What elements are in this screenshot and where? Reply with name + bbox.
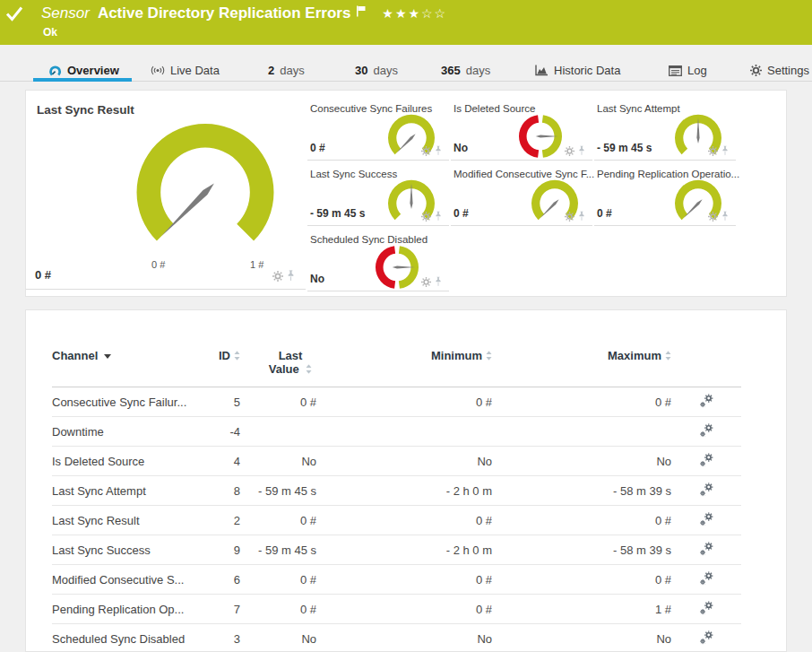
gauge-settings-gear-icon[interactable] bbox=[708, 212, 718, 222]
tab-30-days[interactable]: 30 days bbox=[355, 64, 398, 77]
column-header-channel[interactable]: Channel bbox=[52, 340, 207, 387]
table-row[interactable]: Last Sync Result 2 0 # 0 # 0 # bbox=[52, 506, 741, 535]
edit-channel-icon[interactable] bbox=[699, 541, 714, 556]
channel-id: 4 bbox=[207, 447, 240, 476]
gauge-settings-gear-icon[interactable] bbox=[272, 271, 283, 282]
edit-channel-icon[interactable] bbox=[699, 511, 714, 526]
edit-channel-icon[interactable] bbox=[699, 452, 714, 467]
column-header-last-value[interactable]: Last Value bbox=[240, 340, 316, 387]
gauge-settings-gear-icon[interactable] bbox=[421, 146, 431, 156]
settings-gear-icon bbox=[750, 65, 762, 76]
column-label: Minimum bbox=[431, 349, 482, 362]
column-header-minimum[interactable]: Minimum bbox=[316, 340, 492, 387]
gauge-scale-max: 1 # bbox=[250, 259, 263, 270]
channel-last-value bbox=[240, 417, 316, 447]
flag-icon[interactable] bbox=[356, 5, 366, 17]
column-header-maximum[interactable]: Maximum bbox=[492, 340, 671, 387]
channel-name[interactable]: Last Sync Success bbox=[52, 535, 207, 565]
gauge-settings-gear-icon[interactable] bbox=[421, 277, 431, 287]
column-label: Last Value bbox=[269, 349, 303, 376]
tab-overview[interactable]: Overview bbox=[48, 64, 119, 77]
main-gauge bbox=[122, 117, 289, 248]
table-row[interactable]: Consecutive Sync Failur... 5 0 # 0 # 0 # bbox=[52, 387, 741, 417]
column-label: Channel bbox=[52, 349, 98, 362]
tab-settings[interactable]: Settings bbox=[750, 64, 809, 77]
gauge-pin-icon[interactable] bbox=[721, 211, 729, 222]
edit-channel-icon[interactable] bbox=[699, 482, 714, 497]
channel-name[interactable]: Downtime bbox=[52, 417, 207, 447]
tab-label: Settings bbox=[767, 64, 809, 77]
channel-maximum: 0 # bbox=[492, 565, 671, 595]
sort-icon[interactable] bbox=[665, 351, 671, 361]
channel-minimum: No bbox=[316, 624, 492, 652]
main-gauge-cell[interactable]: Last Sync Result 0 # 1 # 0 # bbox=[26, 91, 306, 290]
sort-icon[interactable] bbox=[234, 351, 240, 361]
gauge-title: Scheduled Sync Disabled bbox=[310, 234, 428, 245]
table-row[interactable]: Pending Replication Op... 7 0 # 0 # 1 # bbox=[52, 595, 741, 624]
gauge-title: Last Sync Attempt bbox=[597, 103, 680, 114]
channel-name[interactable]: Last Sync Result bbox=[52, 506, 207, 535]
gauge-pin-icon[interactable] bbox=[435, 211, 442, 222]
edit-channel-icon[interactable] bbox=[699, 393, 714, 408]
table-row[interactable]: Last Sync Success 9 - 59 m 45 s - 2 h 0 … bbox=[52, 535, 741, 565]
sort-icon[interactable] bbox=[486, 351, 492, 361]
tab-365-days[interactable]: 365 days bbox=[441, 64, 490, 77]
channel-name[interactable]: Consecutive Sync Failur... bbox=[52, 387, 207, 417]
edit-channel-icon[interactable] bbox=[699, 422, 714, 438]
gauge-scale-min: 0 # bbox=[151, 259, 165, 270]
gauge-pin-icon[interactable] bbox=[578, 145, 585, 156]
channel-name[interactable]: Pending Replication Op... bbox=[52, 595, 207, 624]
gauge-cell-pending-replication[interactable]: Pending Replication Operatio... 0 # bbox=[594, 167, 736, 226]
channel-maximum: No bbox=[492, 624, 671, 652]
tab-log[interactable]: Log bbox=[669, 64, 707, 77]
sensor-overview-page: Sensor Active Directory Replication Erro… bbox=[0, 0, 812, 652]
edit-channel-icon[interactable] bbox=[699, 630, 714, 645]
channel-name[interactable]: Is Deleted Source bbox=[52, 447, 207, 476]
gauge-settings-gear-icon[interactable] bbox=[421, 212, 431, 222]
tab-historic-data[interactable]: Historic Data bbox=[534, 64, 620, 77]
gauge-cell-modified-consecutive[interactable]: Modified Consecutive Sync F... 0 # bbox=[451, 167, 592, 226]
gauge-cell-is-deleted-source[interactable]: Is Deleted Source No bbox=[451, 101, 592, 161]
sort-icon[interactable] bbox=[306, 364, 312, 374]
gauge-pin-icon[interactable] bbox=[578, 211, 585, 222]
gauge-pin-icon[interactable] bbox=[435, 276, 442, 287]
log-icon bbox=[669, 65, 682, 76]
gauge-settings-gear-icon[interactable] bbox=[708, 146, 718, 156]
table-row[interactable]: Downtime -4 bbox=[52, 417, 741, 447]
gauge-pin-icon[interactable] bbox=[721, 145, 729, 156]
gauge-cell-last-sync-success[interactable]: Last Sync Success - 59 m 45 s bbox=[307, 167, 449, 226]
rating-stars-filled[interactable]: ★★★ bbox=[382, 6, 421, 21]
tab-label-unit: days bbox=[466, 64, 490, 77]
rating-stars-empty[interactable]: ☆☆ bbox=[421, 6, 447, 21]
gauge-value: - 59 m 45 s bbox=[310, 207, 365, 220]
column-header-actions bbox=[671, 340, 741, 387]
gauge-settings-gear-icon[interactable] bbox=[565, 212, 574, 222]
table-row[interactable]: Is Deleted Source 4 No No No bbox=[52, 447, 741, 476]
channel-last-value: - 59 m 45 s bbox=[240, 535, 316, 565]
gauge-pin-icon[interactable] bbox=[287, 270, 295, 282]
edit-channel-icon[interactable] bbox=[699, 600, 714, 615]
column-header-id[interactable]: ID bbox=[207, 340, 240, 387]
channel-maximum: - 58 m 39 s bbox=[492, 476, 671, 506]
gauge-cell-consecutive-sync-failures[interactable]: Consecutive Sync Failures 0 # bbox=[307, 101, 449, 161]
tab-2-days[interactable]: 2 days bbox=[268, 64, 305, 77]
channel-name[interactable]: Last Sync Attempt bbox=[52, 476, 207, 506]
gauge-cell-scheduled-sync-disabled[interactable]: Scheduled Sync Disabled No bbox=[307, 232, 449, 291]
tab-live-data[interactable]: Live Data bbox=[151, 64, 220, 77]
channel-gauge-boolean bbox=[375, 245, 419, 290]
gauge-pin-icon[interactable] bbox=[435, 145, 442, 156]
channel-minimum: - 2 h 0 m bbox=[316, 535, 492, 565]
gauge-value: 0 # bbox=[597, 207, 612, 220]
gauge-cell-last-sync-attempt[interactable]: Last Sync Attempt - 59 m 45 s bbox=[594, 101, 736, 161]
table-row[interactable]: Scheduled Sync Disabled 3 No No No bbox=[52, 624, 741, 652]
gauge-settings-gear-icon[interactable] bbox=[565, 146, 574, 156]
table-row[interactable]: Last Sync Attempt 8 - 59 m 45 s - 2 h 0 … bbox=[52, 476, 741, 506]
table-row[interactable]: Modified Consecutive S... 6 0 # 0 # 0 # bbox=[52, 565, 741, 595]
channel-minimum: 0 # bbox=[316, 387, 492, 417]
channel-name[interactable]: Scheduled Sync Disabled bbox=[52, 624, 207, 652]
main-gauge-title: Last Sync Result bbox=[37, 103, 134, 117]
edit-channel-icon[interactable] bbox=[699, 570, 714, 586]
channel-id: 3 bbox=[207, 624, 240, 652]
tab-bar: Overview Live Data 2 days 30 days 365 da… bbox=[0, 45, 812, 82]
channel-name[interactable]: Modified Consecutive S... bbox=[52, 565, 207, 595]
